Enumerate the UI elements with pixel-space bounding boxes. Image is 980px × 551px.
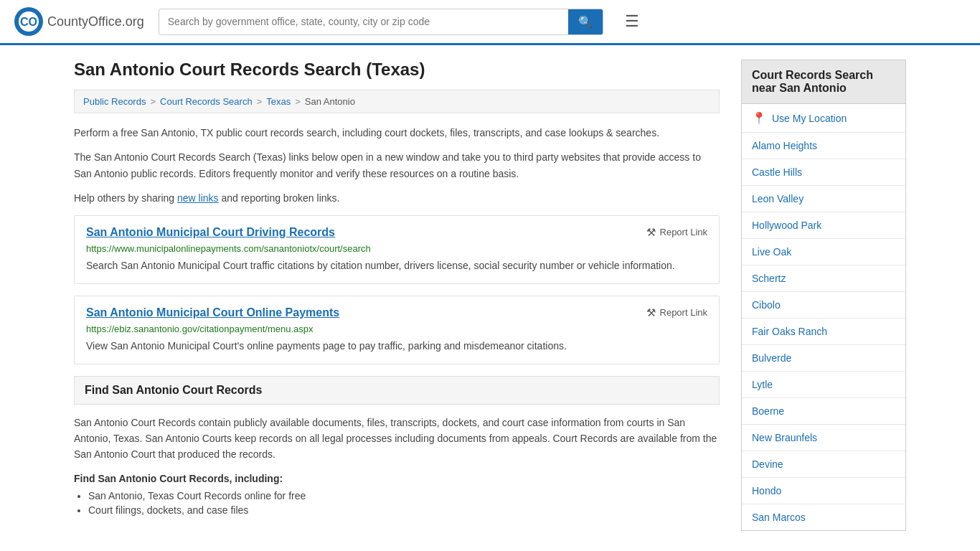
sidebar: Court Records Search near San Antonio 📍 … [741, 60, 906, 531]
report-label-2: Report Link [660, 307, 707, 318]
sidebar-item-alamo-heights[interactable]: Alamo Heights [742, 133, 905, 159]
breadcrumb-sep-2: > [257, 96, 263, 107]
sidebar-item-lytle[interactable]: Lytle [742, 372, 905, 398]
find-list-item-1: San Antonio, Texas Court Records online … [88, 490, 720, 501]
logo-suffix: .org [122, 14, 144, 29]
sidebar-item-live-oak[interactable]: Live Oak [742, 239, 905, 265]
sidebar-list: 📍 Use My Location Alamo Heights Castle H… [741, 104, 906, 531]
logo-icon: CO [14, 7, 43, 36]
breadcrumb-sep-3: > [295, 96, 301, 107]
link-card-header-2: San Antonio Municipal Court Online Payme… [86, 306, 707, 319]
breadcrumb-texas[interactable]: Texas [266, 96, 291, 107]
find-records-list: San Antonio, Texas Court Records online … [74, 490, 720, 516]
link-desc-1: Search San Antonio Municipal Court traff… [86, 258, 707, 273]
use-location-link[interactable]: Use My Location [772, 113, 847, 124]
link-url-1: https://www.municipalonlinepayments.com/… [86, 243, 707, 254]
desc-para-3: Help others by sharing new links and rep… [74, 190, 720, 206]
find-records-list-header: Find San Antonio Court Records, includin… [74, 473, 720, 484]
sidebar-item-leon-valley[interactable]: Leon Valley [742, 186, 905, 212]
svg-text:CO: CO [20, 16, 37, 28]
page-title: San Antonio Court Records Search (Texas) [74, 60, 720, 80]
report-icon-1: ⚒ [646, 226, 656, 239]
breadcrumb-court-records[interactable]: Court Records Search [160, 96, 253, 107]
sidebar-item-devine[interactable]: Devine [742, 451, 905, 478]
driving-records-link[interactable]: San Antonio Municipal Court Driving Reco… [86, 226, 335, 239]
find-records-section-header: Find San Antonio Court Records [74, 376, 720, 405]
report-label-1: Report Link [660, 227, 707, 237]
sidebar-item-hollywood-park[interactable]: Hollywood Park [742, 212, 905, 239]
menu-button[interactable]: ☰ [625, 12, 639, 31]
sidebar-item-hondo[interactable]: Hondo [742, 478, 905, 504]
report-link-btn-1[interactable]: ⚒ Report Link [646, 226, 707, 239]
logo-text: CountyOffice.org [47, 14, 144, 29]
sidebar-item-fair-oaks-ranch[interactable]: Fair Oaks Ranch [742, 319, 905, 345]
sidebar-item-bulverde[interactable]: Bulverde [742, 345, 905, 372]
online-payments-link[interactable]: San Antonio Municipal Court Online Payme… [86, 306, 339, 319]
sidebar-item-new-braunfels[interactable]: New Braunfels [742, 425, 905, 451]
report-link-btn-2[interactable]: ⚒ Report Link [646, 306, 707, 319]
main-content: San Antonio Court Records Search (Texas)… [74, 60, 720, 531]
sidebar-title: Court Records Search near San Antonio [741, 60, 906, 104]
sidebar-item-schertz[interactable]: Schertz [742, 265, 905, 292]
find-records-para: San Antonio Court Records contain public… [74, 415, 720, 463]
new-links-link[interactable]: new links [177, 192, 219, 204]
link-card-driving-records: San Antonio Municipal Court Driving Reco… [74, 215, 720, 284]
sidebar-item-boerne[interactable]: Boerne [742, 398, 905, 425]
logo-name: CountyOffice [47, 14, 122, 29]
sidebar-item-san-marcos[interactable]: San Marcos [742, 504, 905, 530]
desc-para-2: The San Antonio Court Records Search (Te… [74, 149, 720, 182]
breadcrumb-san-antonio: San Antonio [305, 96, 355, 107]
link-card-online-payments: San Antonio Municipal Court Online Payme… [74, 296, 720, 364]
sidebar-item-castle-hills[interactable]: Castle Hills [742, 159, 905, 186]
logo[interactable]: CO CountyOffice.org [14, 7, 144, 36]
sidebar-item-cibolo[interactable]: Cibolo [742, 292, 905, 319]
content-wrapper: San Antonio Court Records Search (Texas)… [60, 45, 920, 545]
breadcrumb-public-records[interactable]: Public Records [83, 96, 146, 107]
link-card-header-1: San Antonio Municipal Court Driving Reco… [86, 226, 707, 239]
breadcrumb: Public Records > Court Records Search > … [74, 90, 720, 113]
find-list-item-2: Court filings, dockets, and case files [88, 504, 720, 516]
header: CO CountyOffice.org 🔍 ☰ [0, 0, 980, 45]
link-desc-2: View San Antonio Municipal Court's onlin… [86, 339, 707, 354]
link-url-2: https://ebiz.sanantonio.gov/citationpaym… [86, 324, 707, 334]
search-bar: 🔍 [159, 9, 603, 35]
desc-para-1: Perform a free San Antonio, TX public co… [74, 125, 720, 141]
search-button[interactable]: 🔍 [568, 9, 603, 34]
report-icon-2: ⚒ [646, 306, 656, 319]
breadcrumb-sep-1: > [150, 96, 156, 107]
use-my-location-item[interactable]: 📍 Use My Location [742, 104, 905, 133]
location-pin-icon: 📍 [752, 111, 766, 125]
search-input[interactable] [159, 10, 568, 33]
